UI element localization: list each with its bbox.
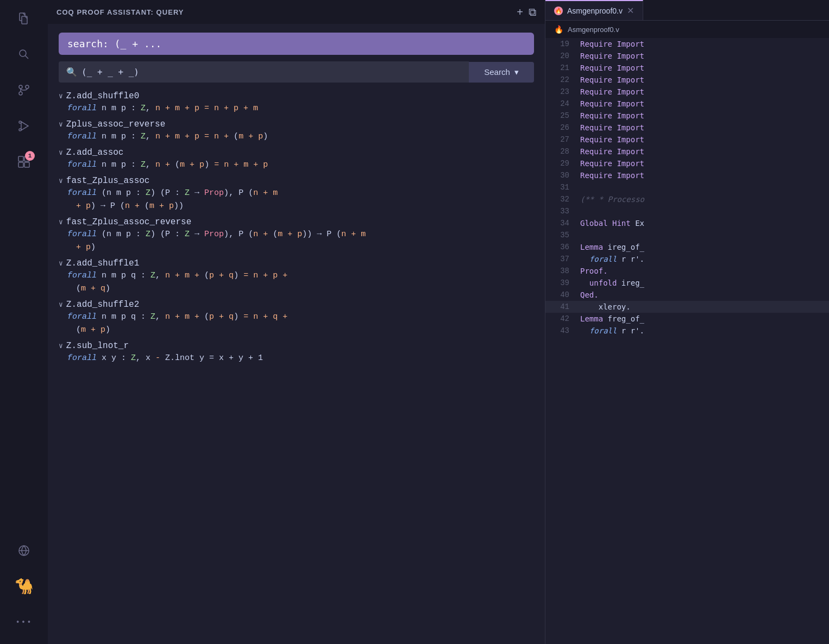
svg-point-2 <box>20 50 26 56</box>
svg-rect-14 <box>24 162 29 167</box>
code-line-37: 37 forall r r'. <box>545 253 829 265</box>
code-line-39: 39 unfold ireg_ <box>545 277 829 289</box>
list-item: ∨ Z.add_shuffle2 forall n m p q : Z, n +… <box>59 300 534 337</box>
code-line-25: 25 Require Import <box>545 110 829 122</box>
result-formula: forall n m p q : Z, n + m + (p + q) = n … <box>59 311 534 337</box>
list-item: ∨ Z.add_shuffle1 forall n m p q : Z, n +… <box>59 258 534 295</box>
code-line-36: 36 Lemma ireg_of_ <box>545 241 829 253</box>
result-formula: forall x y : Z, x - Z.lnot y = x + y + 1 <box>59 352 534 365</box>
tab-bar: 🔥 Asmgenproof0.v ✕ <box>545 0 829 21</box>
query-panel-title: COQ PROOF ASSISTANT: QUERY <box>56 8 184 16</box>
chevron-icon: ∨ <box>59 218 63 226</box>
code-line-28: 28 Require Import <box>545 146 829 157</box>
code-line-27: 27 Require Import <box>545 134 829 146</box>
search-pill[interactable]: search: (_ + ... <box>59 33 534 55</box>
tab-close-button[interactable]: ✕ <box>627 5 634 16</box>
code-line-31: 31 <box>545 181 829 193</box>
add-query-button[interactable]: + <box>517 6 523 18</box>
code-line-30: 30 Require Import <box>545 169 829 181</box>
result-name[interactable]: ∨ Z.add_shuffle1 <box>59 258 534 268</box>
chevron-icon: ∨ <box>59 300 63 309</box>
coq-camel-icon[interactable]: 🐪 <box>11 573 37 599</box>
code-line-33: 33 <box>545 205 829 217</box>
code-line-40: 40 Qed. <box>545 289 829 301</box>
result-name[interactable]: ∨ Z.sub_lnot_r <box>59 341 534 351</box>
files-icon[interactable] <box>11 5 37 31</box>
result-formula: forall (n m p : Z) (P : Z → Prop), P (n … <box>59 228 534 254</box>
code-line-38: 38 Proof. <box>545 265 829 277</box>
code-line-42: 42 Lemma freg_of_ <box>545 313 829 325</box>
code-line-34: 34 Global Hint Ex <box>545 217 829 229</box>
code-line-26: 26 Require Import <box>545 122 829 134</box>
result-name[interactable]: ∨ fast_Zplus_assoc_reverse <box>59 217 534 227</box>
chevron-icon: ∨ <box>59 342 63 350</box>
activity-bar: 1 🐪 ••• <box>0 0 48 644</box>
result-formula: forall n m p q : Z, n + m + (p + q) = n … <box>59 269 534 295</box>
search-input-text: (_ + _ + _) <box>81 67 139 77</box>
result-name[interactable]: ∨ Z.add_shuffle2 <box>59 300 534 310</box>
result-title: Z.add_assoc <box>66 148 124 157</box>
search-button[interactable]: Search ▾ <box>469 62 534 83</box>
query-header-actions: + ⧉ <box>517 6 536 18</box>
query-panel: COQ PROOF ASSISTANT: QUERY + ⧉ search: (… <box>48 0 545 644</box>
run-debug-icon[interactable] <box>11 113 37 139</box>
extensions-icon[interactable]: 1 <box>11 149 37 175</box>
svg-rect-11 <box>18 156 23 161</box>
code-line-21: 21 Require Import <box>545 62 829 74</box>
search-sidebar-icon[interactable] <box>11 41 37 67</box>
code-line-35: 35 <box>545 229 829 241</box>
secondary-tab-label: Asmgenproof0.v <box>568 26 619 34</box>
list-item: ∨ Z.sub_lnot_r forall x y : Z, x - Z.lno… <box>59 341 534 365</box>
svg-marker-8 <box>21 122 28 130</box>
code-line-43: 43 forall r r'. <box>545 325 829 337</box>
code-line-24: 24 Require Import <box>545 98 829 110</box>
result-name[interactable]: ∨ fast_Zplus_assoc <box>59 176 534 186</box>
chevron-icon: ∨ <box>59 176 63 185</box>
list-item: ∨ fast_Zplus_assoc forall (n m p : Z) (P… <box>59 176 534 213</box>
split-query-button[interactable]: ⧉ <box>529 6 536 18</box>
result-name[interactable]: ∨ Z.add_shuffle0 <box>59 91 534 101</box>
list-item: ∨ Zplus_assoc_reverse forall n m p : Z, … <box>59 119 534 143</box>
svg-point-5 <box>26 85 29 89</box>
code-line-23: 23 Require Import <box>545 86 829 98</box>
svg-line-3 <box>26 56 29 59</box>
chevron-icon: ∨ <box>59 120 63 129</box>
secondary-tab-icon: 🔥 <box>554 25 563 34</box>
svg-point-9 <box>19 121 21 123</box>
remote-icon[interactable] <box>11 538 37 564</box>
more-options-icon[interactable]: ••• <box>11 609 37 635</box>
svg-rect-13 <box>18 162 23 167</box>
result-title: Z.add_shuffle0 <box>66 91 139 101</box>
result-title: fast_Zplus_assoc_reverse <box>66 217 191 227</box>
list-item: ∨ Z.add_shuffle0 forall n m p : Z, n + m… <box>59 91 534 115</box>
chevron-icon: ∨ <box>59 148 63 157</box>
code-line-32: 32 (** * Processo <box>545 193 829 205</box>
editor-secondary-tab: 🔥 Asmgenproof0.v <box>545 21 829 38</box>
tab-file-icon: 🔥 <box>554 7 563 15</box>
result-name[interactable]: ∨ Z.add_assoc <box>59 148 534 157</box>
svg-point-6 <box>19 92 22 95</box>
editor-content[interactable]: 19 Require Import 20 Require Import 21 R… <box>545 38 829 644</box>
editor-panel: 🔥 Asmgenproof0.v ✕ 🔥 Asmgenproof0.v 19 R… <box>545 0 829 644</box>
editor-tab-active[interactable]: 🔥 Asmgenproof0.v ✕ <box>545 0 643 20</box>
search-input-box[interactable]: 🔍 (_ + _ + _) <box>59 61 469 83</box>
list-item: ∨ fast_Zplus_assoc_reverse forall (n m p… <box>59 217 534 254</box>
chevron-icon: ∨ <box>59 92 63 100</box>
result-title: Z.add_shuffle1 <box>66 258 139 268</box>
code-line-41: 41 xleroy. <box>545 301 829 313</box>
code-line-29: 29 Require Import <box>545 157 829 169</box>
code-line-22: 22 Require Import <box>545 74 829 86</box>
tab-label: Asmgenproof0.v <box>567 7 623 15</box>
extensions-badge: 1 <box>25 151 35 161</box>
search-button-label: Search <box>484 67 510 77</box>
source-control-icon[interactable] <box>11 77 37 103</box>
results-list: ∨ Z.add_shuffle0 forall n m p : Z, n + m… <box>48 91 545 644</box>
search-input-row: 🔍 (_ + _ + _) Search ▾ <box>59 61 534 83</box>
result-formula: forall (n m p : Z) (P : Z → Prop), P (n … <box>59 187 534 213</box>
chevron-icon: ∨ <box>59 259 63 268</box>
result-name[interactable]: ∨ Zplus_assoc_reverse <box>59 119 534 129</box>
code-line-20: 20 Require Import <box>545 50 829 62</box>
svg-point-10 <box>19 129 21 131</box>
result-formula: forall n m p : Z, n + (m + p) = n + m + … <box>59 159 534 172</box>
code-line-19: 19 Require Import <box>545 38 829 50</box>
